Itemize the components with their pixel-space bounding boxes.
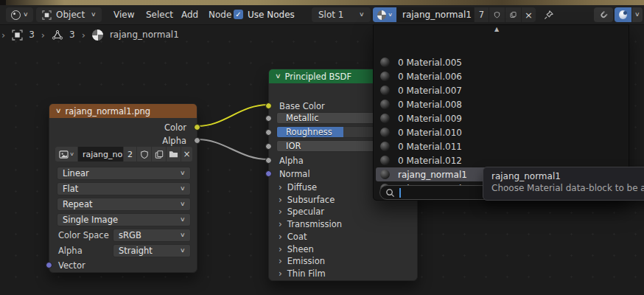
material-item-label: 0 Material.009	[398, 114, 462, 124]
section-diffuse[interactable]: › Diffuse	[279, 182, 317, 192]
material-list-item[interactable]: 0 Material.008	[376, 97, 628, 111]
metallic-label: Metallic	[277, 113, 318, 123]
section-specular[interactable]: › Specular	[279, 206, 324, 217]
object-icon	[12, 30, 23, 41]
fake-user-button[interactable]	[137, 147, 151, 162]
section-coat[interactable]: › Coat	[279, 232, 307, 242]
material-item-label: rajang_normal1	[398, 170, 467, 180]
duplicate-image-button[interactable]	[152, 147, 166, 162]
material-list-item[interactable]: 0 Material.011	[376, 139, 628, 153]
image-node-header[interactable]: ∨ rajang_normal1.png	[49, 104, 197, 118]
breadcrumb-object-name: 3	[29, 30, 35, 40]
menu-node[interactable]: Node	[204, 7, 236, 22]
chevron-down-icon: ∨	[359, 12, 365, 18]
chevron-down-icon: ∨	[180, 248, 186, 254]
color-space-select[interactable]: sRGB ∨	[113, 229, 191, 242]
collapse-icon[interactable]: ∨	[55, 108, 62, 114]
interpolation-select[interactable]: Linear ∨	[57, 167, 191, 180]
socket-roughness-input[interactable]	[265, 129, 272, 136]
image-users-count[interactable]: 2	[124, 147, 136, 162]
socket-alpha-output[interactable]	[194, 137, 200, 144]
image-name-field[interactable]: rajang_nor...	[78, 147, 123, 162]
input-label-vector: Vector	[58, 260, 85, 271]
material-preview-icon	[380, 58, 390, 67]
material-item-label: 0 Material.007	[398, 86, 462, 96]
alpha-mode-select[interactable]: Straight ∨	[113, 244, 191, 257]
material-item-label: 0 Material.008	[398, 100, 462, 110]
snap-target-icon	[619, 10, 627, 19]
material-list-item[interactable]: 0 Material.007	[376, 83, 628, 97]
image-texture-node[interactable]: ∨ rajang_normal1.png Color Alpha ∨ rajan…	[49, 103, 197, 273]
section-sheen[interactable]: › Sheen	[279, 244, 314, 254]
image-selector-row: ∨ rajang_nor... 2 ×	[55, 147, 192, 162]
menu-select[interactable]: Select	[141, 7, 178, 22]
material-list-item[interactable]: 0 Material.006	[376, 69, 628, 83]
section-emission[interactable]: › Emission	[279, 256, 325, 266]
breadcrumb-material[interactable]: rajang_normal1	[92, 30, 179, 41]
material-item-label: 0 Material.012	[398, 156, 462, 166]
snap-mode-chevron-button[interactable]: ∨	[632, 7, 643, 22]
section-label: Specular	[287, 206, 324, 217]
material-duplicate-button[interactable]	[505, 7, 521, 22]
snap-toggle-button[interactable]	[594, 7, 613, 22]
source-select[interactable]: Single Image ∨	[57, 213, 191, 226]
socket-ior-input[interactable]	[265, 143, 272, 150]
material-name-field[interactable]: rajang_normal1	[397, 7, 474, 22]
breadcrumb-mesh[interactable]: 3	[52, 30, 75, 41]
material-preview-icon	[380, 72, 390, 81]
extension-select[interactable]: Repeat ∨	[57, 198, 191, 211]
material-list-item[interactable]: 0 Material.005	[376, 55, 628, 69]
slot-dropdown[interactable]: Slot 1 ∨	[312, 7, 371, 22]
color-space-value: sRGB	[119, 230, 141, 240]
material-list-item[interactable]: 0 Material.010	[376, 125, 628, 139]
use-nodes-label[interactable]: Use Nodes	[243, 7, 299, 22]
socket-metallic-input[interactable]	[265, 115, 272, 122]
socket-normal-input[interactable]	[265, 170, 272, 177]
socket-base-color-input[interactable]	[265, 103, 272, 109]
material-list-item[interactable]: 0 Material.009	[376, 111, 628, 125]
scroll-up-arrow[interactable]: ▲	[494, 26, 499, 32]
chevron-right-icon: ›	[279, 232, 282, 242]
image-browse-button[interactable]: ∨	[55, 147, 77, 162]
chevron-right-icon: ›	[279, 206, 282, 217]
material-preview-icon	[380, 100, 390, 109]
socket-vector-input[interactable]	[46, 262, 52, 268]
breadcrumb-object[interactable]: 3	[12, 30, 35, 41]
unlink-image-button[interactable]: ×	[181, 147, 192, 162]
open-image-button[interactable]	[167, 147, 181, 162]
material-preview-icon	[380, 156, 390, 165]
material-browse-button[interactable]: ∨	[373, 7, 396, 22]
socket-alpha-input[interactable]	[265, 157, 272, 164]
material-list-item[interactable]: 0 Material.012	[376, 153, 628, 167]
chevron-right-icon: ›	[82, 30, 85, 41]
material-unlink-button[interactable]: ×	[522, 7, 536, 22]
section-label: Transmission	[287, 219, 342, 229]
collapse-icon[interactable]: ∨	[275, 73, 281, 80]
menu-view[interactable]: View	[109, 7, 139, 22]
chevron-right-icon: ›	[279, 219, 282, 229]
menu-add[interactable]: Add	[177, 7, 203, 22]
material-users-count[interactable]: 7	[475, 7, 489, 22]
material-preview-icon	[380, 142, 390, 151]
projection-select[interactable]: Flat ∨	[57, 182, 191, 195]
pin-button[interactable]	[539, 7, 559, 22]
chevron-down-icon: ∨	[180, 217, 186, 223]
folder-icon	[169, 150, 178, 159]
source-value: Single Image	[63, 215, 118, 225]
material-icon	[377, 10, 386, 20]
section-label: Coat	[287, 232, 307, 242]
use-nodes-checkbox[interactable]: ✓	[234, 10, 243, 19]
socket-color-output[interactable]	[194, 124, 200, 131]
material-fake-user-button[interactable]	[489, 7, 505, 22]
section-transmission[interactable]: › Transmission	[279, 219, 342, 229]
chevron-right-icon: ›	[1, 30, 5, 41]
section-label: Diffuse	[287, 182, 317, 192]
section-thin-film[interactable]: › Thin Film	[279, 268, 326, 279]
shader-mode-dropdown[interactable]: Object ∨	[36, 7, 102, 22]
output-label-alpha: Alpha	[162, 136, 186, 146]
chevron-right-icon: ›	[279, 244, 282, 254]
editor-type-button[interactable]: ∨	[6, 7, 33, 22]
snap-mode-button[interactable]	[615, 7, 631, 22]
section-subsurface[interactable]: › Subsurface	[279, 195, 335, 205]
alpha-mode-value: Straight	[119, 246, 153, 256]
